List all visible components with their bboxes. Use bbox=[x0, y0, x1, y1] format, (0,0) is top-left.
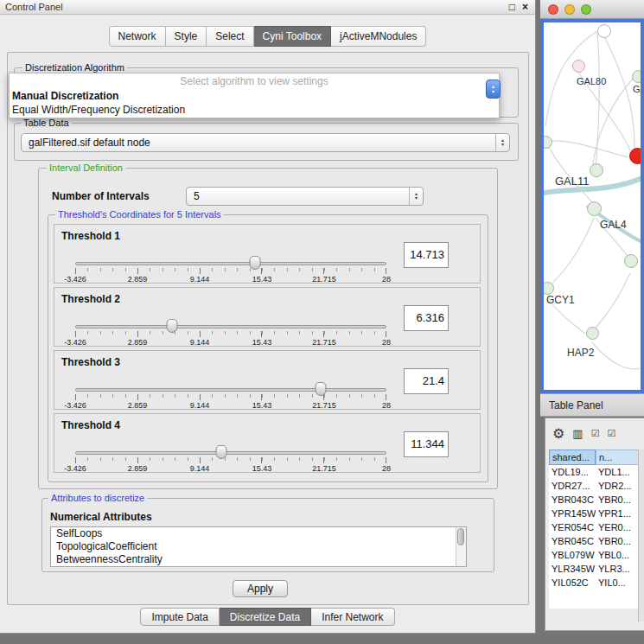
cell-shared-name: YDR27... bbox=[549, 479, 596, 493]
attribute-list-item[interactable]: TopologicalCoefficient bbox=[51, 540, 466, 553]
columns-icon[interactable]: ▥ bbox=[572, 428, 583, 439]
tab[interactable]: Select bbox=[207, 26, 253, 47]
threshold-panel: Threshold 2 -3.4262.8599.14415.4321.7152… bbox=[54, 287, 481, 347]
tab[interactable]: Cyni Toolbox bbox=[254, 26, 331, 47]
mac-zoom-button[interactable] bbox=[581, 4, 591, 15]
stepper-down-icon: ▾ bbox=[492, 89, 494, 94]
select-all-icon[interactable]: ☑ bbox=[591, 428, 600, 439]
network-node[interactable] bbox=[572, 60, 585, 73]
slider-thumb[interactable] bbox=[249, 256, 260, 270]
apply-button[interactable]: Apply bbox=[233, 580, 288, 597]
control-panel-titlebar[interactable]: Control Panel □ × bbox=[0, 0, 535, 15]
scale-label: 28 bbox=[382, 401, 391, 410]
table-toolbar: ⚙ ▥ ☑ ☑ bbox=[545, 422, 644, 444]
table-row[interactable]: YLR345W YLR3... bbox=[549, 562, 644, 576]
threshold-slider[interactable]: -3.4262.8599.14415.4321.71528 bbox=[75, 255, 386, 284]
table-row[interactable]: YDL19... YDL1... bbox=[549, 465, 644, 479]
threshold-slider[interactable]: -3.4262.8599.14415.4321.71528 bbox=[75, 318, 386, 347]
network-node[interactable] bbox=[587, 201, 602, 216]
slider-track[interactable] bbox=[75, 325, 386, 328]
table-row[interactable]: YIL052C YIL0... bbox=[549, 576, 644, 590]
bottom-tab-label: Infer Network bbox=[322, 611, 383, 623]
bottom-tab[interactable]: Discretize Data bbox=[220, 608, 311, 626]
threshold-label: Threshold 3 bbox=[61, 356, 120, 368]
number-of-intervals-combo[interactable]: 5 ▴ ▾ bbox=[186, 187, 424, 206]
slider-track[interactable] bbox=[75, 388, 386, 392]
tab[interactable]: Style bbox=[166, 26, 207, 47]
algorithm-combo-stepper[interactable]: ▴ ▾ bbox=[486, 80, 501, 99]
algorithm-option-label: Manual Discretization bbox=[12, 90, 118, 102]
attributes-scrollbar-thumb[interactable] bbox=[457, 528, 464, 545]
table-row[interactable]: YPR145W YPR1... bbox=[549, 507, 644, 520]
scale-label: -3.426 bbox=[64, 275, 86, 284]
mac-close-button[interactable] bbox=[548, 4, 558, 15]
slider-thumb[interactable] bbox=[316, 382, 327, 396]
network-canvas[interactable]: GAL80 GA GAL11 GAL4 GCY1 HAP2 bbox=[544, 22, 641, 390]
tab[interactable]: Network bbox=[109, 26, 166, 47]
network-window-titlebar[interactable] bbox=[540, 0, 644, 19]
attributes-scrollbar[interactable] bbox=[456, 527, 466, 566]
table-row[interactable]: YER054C YER0... bbox=[549, 520, 644, 534]
bottom-tab-label: Impute Data bbox=[151, 611, 207, 623]
slider-major-ticks bbox=[75, 457, 386, 463]
network-node[interactable] bbox=[624, 254, 638, 268]
table-column-header[interactable]: n... bbox=[596, 450, 644, 465]
table-row[interactable]: YBR045C YBR0... bbox=[549, 534, 644, 548]
table-body: YDL19... YDL1... YDR27... YDR2... YBR043… bbox=[549, 465, 644, 609]
slider-thumb[interactable] bbox=[216, 445, 227, 459]
tab[interactable]: jActiveMNodules bbox=[331, 26, 426, 47]
close-icon[interactable]: × bbox=[522, 1, 528, 13]
settings-gear-icon[interactable]: ⚙ bbox=[552, 428, 564, 439]
cell-shared-name: YBL079W bbox=[549, 548, 596, 562]
slider-scale: -3.4262.8599.14415.4321.71528 bbox=[75, 464, 386, 473]
bottom-tab-label: Discretize Data bbox=[230, 611, 300, 623]
table-header-row: shared... n... bbox=[549, 450, 644, 465]
table-column-header[interactable]: shared... bbox=[549, 450, 596, 465]
threshold-value-field[interactable]: 21.4 bbox=[404, 368, 449, 394]
cell-shared-name: YIL052C bbox=[549, 576, 596, 590]
network-node[interactable] bbox=[597, 24, 611, 38]
slider-thumb[interactable] bbox=[166, 319, 177, 333]
table-panel-title: Table Panel bbox=[540, 399, 603, 411]
network-node[interactable] bbox=[632, 70, 641, 83]
cell-shared-name: YDL19... bbox=[549, 465, 596, 479]
scale-label: 21.715 bbox=[312, 464, 336, 473]
scale-label: 2.859 bbox=[128, 464, 148, 473]
network-node[interactable] bbox=[586, 327, 599, 340]
threshold-value-field[interactable]: 11.344 bbox=[404, 431, 449, 457]
table-data-combo[interactable]: galFiltered.sif default node ▴ ▾ bbox=[21, 133, 510, 152]
table-row[interactable]: YBL079W YBL0... bbox=[549, 548, 644, 562]
combo-stepper-icon[interactable]: ▴ ▾ bbox=[495, 134, 509, 151]
table-row[interactable]: YDR27... YDR2... bbox=[549, 479, 644, 493]
select-columns-icon[interactable]: ☑ bbox=[608, 428, 616, 439]
network-node-label: GCY1 bbox=[546, 294, 575, 306]
algorithm-option[interactable]: Equal Width/Frequency Discretization bbox=[10, 103, 499, 117]
table-scrollbar[interactable] bbox=[638, 450, 644, 622]
bottom-tab[interactable]: Infer Network bbox=[311, 608, 394, 626]
network-node-label: GA bbox=[633, 84, 641, 94]
threshold-slider[interactable]: -3.4262.8599.14415.4321.71528 bbox=[75, 444, 386, 473]
scale-label: 2.859 bbox=[128, 338, 148, 347]
slider-track[interactable] bbox=[75, 451, 386, 455]
network-node[interactable] bbox=[590, 163, 603, 177]
threshold-value-field[interactable]: 6.316 bbox=[404, 305, 449, 331]
cell-name: YLR3... bbox=[596, 562, 644, 576]
scale-label: 2.859 bbox=[128, 275, 148, 284]
table-row[interactable]: YBR043C YBR0... bbox=[549, 493, 644, 507]
attribute-list-item[interactable]: BetweennessCentrality bbox=[51, 553, 466, 566]
threshold-value-field[interactable]: 14.713 bbox=[404, 242, 449, 268]
threshold-slider[interactable]: -3.4262.8599.14415.4321.71528 bbox=[75, 381, 386, 410]
maximize-icon[interactable]: □ bbox=[509, 1, 515, 13]
top-tab-bar: Network Style Select Cyni Toolbo bbox=[0, 26, 535, 47]
combo-stepper-icon[interactable]: ▴ ▾ bbox=[409, 188, 423, 205]
algorithm-option[interactable]: Manual Discretization bbox=[10, 89, 499, 103]
table-panel-header[interactable]: Table Panel bbox=[540, 393, 644, 417]
attribute-list-item[interactable]: SelfLoops bbox=[51, 527, 466, 540]
bottom-tab[interactable]: Impute Data bbox=[140, 608, 219, 626]
threshold-label: Threshold 2 bbox=[61, 293, 120, 305]
cell-name: YPR1... bbox=[596, 507, 644, 520]
network-node[interactable] bbox=[629, 148, 641, 164]
cell-name: YDL1... bbox=[596, 465, 644, 479]
mac-minimize-button[interactable] bbox=[564, 4, 575, 15]
slider-track[interactable] bbox=[75, 262, 386, 265]
